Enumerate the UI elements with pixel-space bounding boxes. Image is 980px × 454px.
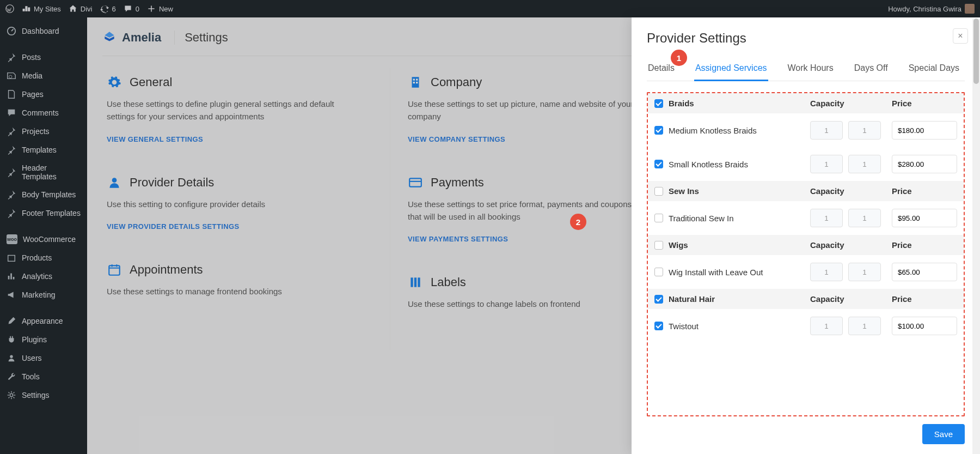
sidebar-label: Analytics [22, 272, 52, 281]
service-row: Traditional Sew In [648, 201, 964, 235]
group-checkbox[interactable] [654, 99, 663, 108]
group-checkbox[interactable] [654, 295, 663, 304]
service-checkbox[interactable] [654, 214, 663, 222]
close-button[interactable]: × [953, 28, 968, 44]
sidebar-item-appearance[interactable]: Appearance [0, 312, 87, 330]
col-capacity: Capacity [810, 240, 892, 250]
sidebar-item-woocommerce[interactable]: wooWooCommerce [0, 230, 87, 249]
sidebar-item-comments[interactable]: Comments [0, 104, 87, 122]
group-name: Braids [669, 99, 810, 108]
panel-title: Provider Settings [647, 31, 965, 46]
pin-icon [7, 208, 16, 218]
service-group-header: BraidsCapacityPrice [648, 93, 964, 113]
tab-work-hours[interactable]: Work Hours [787, 58, 835, 81]
new-label: New [159, 5, 173, 13]
sidebar-item-users[interactable]: Users [0, 349, 87, 367]
capacity-max-input[interactable] [848, 209, 881, 227]
capacity-max-input[interactable] [848, 121, 881, 140]
sidebar-item-dashboard[interactable]: Dashboard [0, 22, 87, 40]
tab-special-days[interactable]: Special Days [908, 58, 960, 81]
sidebar-label: Pages [22, 90, 44, 99]
updates[interactable]: 6 [100, 4, 116, 13]
save-button[interactable]: Save [922, 424, 965, 444]
col-price: Price [892, 186, 957, 196]
sidebar-item-plugins[interactable]: Plugins [0, 330, 87, 349]
sidebar-label: Posts [22, 53, 41, 62]
scrollbar[interactable] [972, 19, 980, 454]
pin-icon [7, 52, 16, 62]
media-icon [7, 71, 16, 81]
sidebar-item-projects[interactable]: Projects [0, 122, 87, 141]
price-input[interactable] [892, 121, 957, 140]
sidebar-label: Settings [22, 391, 50, 399]
site-link[interactable]: Divi [69, 4, 93, 13]
sidebar-item-header-templates[interactable]: Header Templates [0, 159, 87, 185]
products-icon [7, 253, 16, 263]
price-input[interactable] [892, 317, 957, 335]
wp-logo[interactable] [5, 4, 14, 13]
svg-point-5 [10, 394, 13, 396]
service-checkbox[interactable] [654, 126, 663, 135]
assigned-services-box: BraidsCapacityPriceMedium Knotless Braid… [647, 92, 965, 416]
sidebar-label: Templates [22, 146, 57, 154]
col-price: Price [892, 99, 957, 108]
tab-days-off[interactable]: Days Off [853, 58, 889, 81]
howdy-text[interactable]: Howdy, Christina Gwira [888, 5, 961, 13]
sidebar-item-templates[interactable]: Templates [0, 141, 87, 159]
sidebar-item-products[interactable]: Products [0, 249, 87, 267]
price-input[interactable] [892, 155, 957, 173]
scrollbar-thumb[interactable] [973, 19, 979, 84]
comments[interactable]: 0 [124, 4, 139, 13]
capacity-min-input[interactable] [810, 317, 843, 335]
capacity-max-input[interactable] [848, 317, 881, 335]
sidebar-item-tools[interactable]: Tools [0, 367, 87, 386]
service-group-header: Sew InsCapacityPrice [648, 181, 964, 201]
service-checkbox[interactable] [654, 268, 663, 276]
updates-count: 6 [112, 5, 116, 13]
capacity-max-input[interactable] [848, 155, 881, 173]
capacity-min-input[interactable] [810, 155, 843, 173]
megaphone-icon [7, 290, 16, 300]
capacity-min-input[interactable] [810, 121, 843, 140]
capacity-max-input[interactable] [848, 263, 881, 281]
sidebar-item-analytics[interactable]: Analytics [0, 267, 87, 286]
my-sites[interactable]: My Sites [22, 4, 61, 13]
sidebar-item-media[interactable]: Media [0, 66, 87, 85]
sidebar-item-marketing[interactable]: Marketing [0, 286, 87, 304]
sidebar-label: Plugins [22, 335, 47, 344]
sidebar-label: Media [22, 71, 42, 80]
sidebar-label: Comments [22, 108, 59, 117]
svg-rect-3 [8, 256, 15, 262]
sidebar-item-posts[interactable]: Posts [0, 48, 87, 66]
service-row: Medium Knotless Braids [648, 113, 964, 147]
col-capacity: Capacity [810, 99, 892, 108]
sidebar-label: Tools [22, 372, 40, 381]
pin-icon [7, 126, 16, 136]
group-checkbox[interactable] [654, 241, 663, 250]
sidebar-item-body-templates[interactable]: Body Templates [0, 185, 87, 204]
capacity-min-input[interactable] [810, 209, 843, 227]
plug-icon [7, 335, 16, 344]
admin-sidebar: Dashboard Posts Media Pages Comments Pro… [0, 17, 87, 454]
tab-assigned-services[interactable]: Assigned Services [694, 58, 768, 81]
panel-tabs: Details Assigned Services Work Hours Day… [647, 58, 965, 81]
service-checkbox[interactable] [654, 160, 663, 168]
pin-icon [7, 167, 16, 177]
avatar[interactable] [965, 4, 975, 14]
new-content[interactable]: New [147, 4, 173, 13]
price-input[interactable] [892, 209, 957, 227]
pin-icon [7, 190, 16, 199]
sidebar-item-pages[interactable]: Pages [0, 85, 87, 104]
sidebar-item-settings[interactable]: Settings [0, 386, 87, 404]
chart-icon [7, 271, 16, 281]
sidebar-item-footer-templates[interactable]: Footer Templates [0, 204, 87, 222]
sidebar-label: Dashboard [22, 27, 59, 35]
price-input[interactable] [892, 263, 957, 281]
service-name: Twistout [669, 322, 810, 331]
group-checkbox[interactable] [654, 187, 663, 196]
service-checkbox[interactable] [654, 322, 663, 330]
capacity-min-input[interactable] [810, 263, 843, 281]
dashboard-icon [7, 26, 16, 36]
sidebar-label: Users [22, 354, 42, 362]
gear-icon [7, 390, 16, 400]
